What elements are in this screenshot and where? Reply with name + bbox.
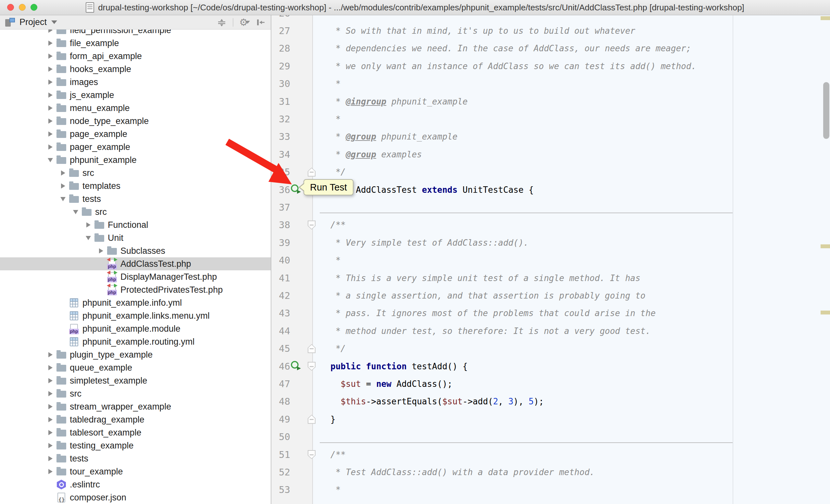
tree-item-DisplayManagerTest.php[interactable]: phpDisplayManagerTest.php <box>0 270 271 283</box>
tree-item-tests[interactable]: tests <box>0 452 271 465</box>
project-panel-title[interactable]: Project <box>20 17 47 27</box>
code-line-51[interactable]: /** <box>330 446 346 464</box>
code-line-32[interactable]: * <box>330 110 341 128</box>
tree-item-form_api_example[interactable]: form_api_example <box>0 49 271 63</box>
chevron-collapsed-icon[interactable] <box>96 248 106 254</box>
code-line-27[interactable]: * So with that in mind, it's up to us to… <box>330 22 635 40</box>
chevron-collapsed-icon[interactable] <box>45 417 55 422</box>
tree-item-js_example[interactable]: js_example <box>0 89 271 102</box>
code-line-46[interactable]: public function testAdd() { <box>330 358 468 375</box>
tree-item-hooks_example[interactable]: hooks_example <box>0 63 271 76</box>
code-line-49[interactable]: } <box>330 410 336 428</box>
chevron-collapsed-icon[interactable] <box>45 443 55 448</box>
tree-item-src[interactable]: src <box>0 167 271 179</box>
error-stripe-mark[interactable] <box>821 244 830 248</box>
chevron-collapsed-icon[interactable] <box>45 40 55 46</box>
chevron-collapsed-icon[interactable] <box>45 131 55 137</box>
tree-item-phpunit_example[interactable]: phpunit_example <box>0 154 271 167</box>
chevron-collapsed-icon[interactable] <box>45 391 55 396</box>
tree-item-tour_example[interactable]: tour_example <box>0 465 271 478</box>
tree-item-src[interactable]: src <box>0 387 271 400</box>
fold-region-start-icon[interactable] <box>308 221 316 230</box>
code-line-48[interactable]: $this->assertEquals($sut->add(2, 3), 5); <box>330 393 544 410</box>
code-line-38[interactable]: /** <box>330 216 346 234</box>
tree-item-tests[interactable]: tests <box>0 193 271 205</box>
chevron-collapsed-icon[interactable] <box>58 183 68 189</box>
tree-item-tabledrag_example[interactable]: tabledrag_example <box>0 413 271 426</box>
chevron-collapsed-icon[interactable] <box>45 430 55 435</box>
code-line-47[interactable]: $sut = new AddClass(); <box>330 375 452 393</box>
tree-item-queue_example[interactable]: queue_example <box>0 361 271 374</box>
fold-region-end-icon[interactable] <box>308 344 316 353</box>
chevron-collapsed-icon[interactable] <box>45 105 55 111</box>
tree-item-node_type_example[interactable]: node_type_example <box>0 114 271 128</box>
code-line-29[interactable]: * we only want an instance of AddClass s… <box>330 58 696 75</box>
tree-item-stream_wrapper_example[interactable]: stream_wrapper_example <box>0 400 271 413</box>
chevron-collapsed-icon[interactable] <box>58 170 68 175</box>
chevron-expanded-icon[interactable] <box>45 158 55 162</box>
error-stripe-mark[interactable] <box>821 310 830 314</box>
fold-region-end-icon[interactable] <box>308 167 316 176</box>
tree-item-menu_example[interactable]: menu_example <box>0 102 271 114</box>
run-test-tooltip[interactable]: Run Test <box>304 179 353 195</box>
code-editor[interactable]: 2627 * So with that in mind, it's up to … <box>272 15 830 504</box>
code-line-40[interactable]: * <box>330 251 341 269</box>
run-test-gutter-icon[interactable] <box>290 360 302 372</box>
code-line-53[interactable]: * <box>330 481 341 499</box>
code-line-35[interactable]: */ <box>330 163 346 181</box>
fold-region-end-icon[interactable] <box>308 415 316 424</box>
collapse-all-icon[interactable] <box>217 17 227 28</box>
chevron-collapsed-icon[interactable] <box>45 54 55 59</box>
code-line-28[interactable]: * dependencies we need. In the case of A… <box>330 40 691 57</box>
code-line-41[interactable]: * This is a very simple unit test of a s… <box>330 269 640 287</box>
tree-item-phpunit_example.links.menu.yml[interactable]: phpunit_example.links.menu.yml <box>0 309 271 322</box>
tree-item-.eslintrc[interactable]: .eslintrc <box>0 478 271 491</box>
chevron-collapsed-icon[interactable] <box>45 79 55 85</box>
tree-item-src[interactable]: src <box>0 205 271 219</box>
error-stripe-mark[interactable] <box>821 16 830 20</box>
tree-item-field_permission_example[interactable]: field_permission_example <box>0 30 271 37</box>
tree-item-phpunit_example.module[interactable]: phpphpunit_example.module <box>0 322 271 335</box>
chevron-collapsed-icon[interactable] <box>45 404 55 409</box>
tree-item-tablesort_example[interactable]: tablesort_example <box>0 426 271 439</box>
code-line-42[interactable]: * a single assertion, and that assertion… <box>330 287 646 304</box>
tree-item-composer.json[interactable]: {}composer.json <box>0 491 271 504</box>
tree-item-phpunit_example.info.yml[interactable]: phpunit_example.info.yml <box>0 296 271 309</box>
chevron-expanded-icon[interactable] <box>84 236 93 240</box>
code-line-31[interactable]: * @ingroup phpunit_example <box>330 93 468 110</box>
tree-item-ProtectedPrivatesTest.php[interactable]: phpProtectedPrivatesTest.php <box>0 283 271 296</box>
chevron-down-icon[interactable] <box>51 21 57 24</box>
code-line-34[interactable]: * @group examples <box>330 146 422 163</box>
chevron-collapsed-icon[interactable] <box>45 456 55 461</box>
tree-item-Unit[interactable]: Unit <box>0 231 271 244</box>
code-line-36[interactable]: AddClassTest extends UnitTestCase { <box>330 181 534 199</box>
tree-item-templates[interactable]: templates <box>0 179 271 193</box>
chevron-collapsed-icon[interactable] <box>45 378 55 383</box>
chevron-collapsed-icon[interactable] <box>45 30 55 33</box>
tree-item-page_example[interactable]: page_example <box>0 128 271 140</box>
code-line-44[interactable]: * method under test, so therefore: It is… <box>330 322 650 340</box>
chevron-expanded-icon[interactable] <box>58 197 68 201</box>
code-line-39[interactable]: * Very simple test of AddClass::add(). <box>330 234 529 251</box>
tree-item-pager_example[interactable]: pager_example <box>0 140 271 154</box>
editor-scrollbar-thumb[interactable] <box>823 82 829 139</box>
tree-item-images[interactable]: images <box>0 76 271 89</box>
tree-item-phpunit_example.routing.yml[interactable]: phpunit_example.routing.yml <box>0 335 271 348</box>
tree-item-plugin_type_example[interactable]: plugin_type_example <box>0 348 271 361</box>
chevron-collapsed-icon[interactable] <box>45 93 55 98</box>
code-line-33[interactable]: * @group phpunit_example <box>330 128 457 145</box>
tree-item-simpletest_example[interactable]: simpletest_example <box>0 374 271 387</box>
settings-gear-button[interactable]: ⚙ <box>239 18 250 27</box>
code-line-30[interactable]: * <box>330 75 341 93</box>
tree-item-AddClassTest.php[interactable]: phpAddClassTest.php <box>0 257 271 270</box>
tree-item-testing_example[interactable]: testing_example <box>0 439 271 452</box>
fold-region-start-icon[interactable] <box>308 450 316 459</box>
chevron-collapsed-icon[interactable] <box>45 67 55 72</box>
chevron-collapsed-icon[interactable] <box>45 144 55 149</box>
tree-item-file_example[interactable]: file_example <box>0 37 271 49</box>
tree-item-Functional[interactable]: Functional <box>0 219 271 231</box>
code-line-54[interactable]: * This method is very similar to testAdd… <box>330 499 717 504</box>
hide-panel-icon[interactable] <box>256 17 265 28</box>
chevron-collapsed-icon[interactable] <box>84 222 93 228</box>
code-line-45[interactable]: */ <box>330 340 346 357</box>
